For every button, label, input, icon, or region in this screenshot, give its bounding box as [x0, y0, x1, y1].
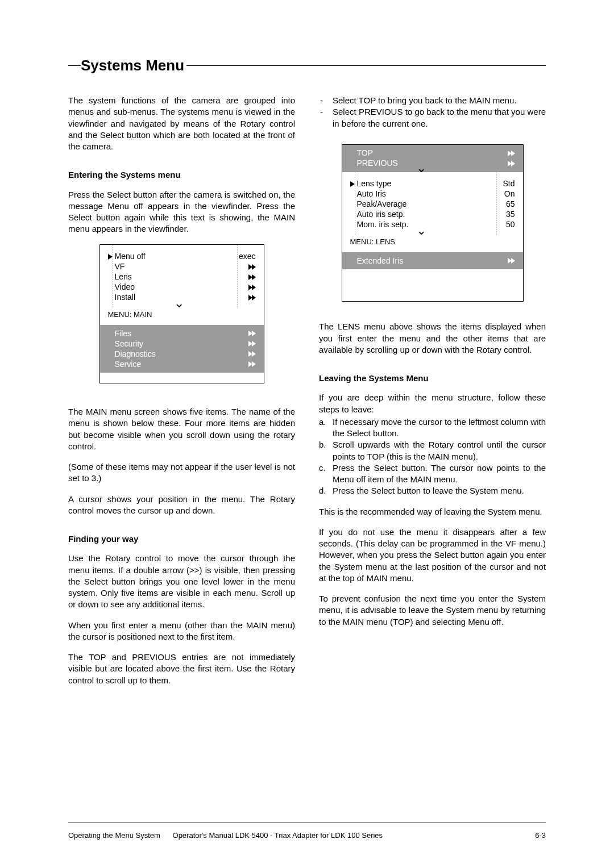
- finding-heading: Finding your way: [68, 533, 295, 545]
- menu-item-label: Menu off: [115, 251, 146, 262]
- title-rule-left: [68, 65, 81, 66]
- left-column: The system functions of the camera are g…: [68, 95, 295, 695]
- double-arrow-icon: [249, 295, 256, 301]
- double-arrow-icon: [249, 331, 256, 336]
- double-arrow-icon: [249, 351, 256, 357]
- menu-item-value: On: [504, 189, 515, 199]
- footer-rule: [68, 823, 546, 823]
- list-item: Scroll upwards with the Rotary control u…: [319, 439, 546, 462]
- double-arrow-icon: [508, 161, 515, 166]
- menu-item-label: Install: [115, 292, 136, 303]
- menu-item-value: 50: [506, 219, 515, 230]
- finding-p1: Use the Rotary control to move the curso…: [68, 553, 295, 610]
- cursor-icon: [350, 181, 355, 187]
- chevron-down-icon: ⌄: [174, 297, 184, 310]
- leaving-intro: If you are deep within the menu structur…: [319, 392, 546, 415]
- double-arrow-icon: [508, 258, 515, 264]
- intro-paragraph: The system functions of the camera are g…: [68, 95, 295, 152]
- menu-item-label: Peak/Average: [357, 199, 407, 210]
- page-footer: Operating the Menu System Operator's Man…: [68, 823, 546, 840]
- double-arrow-icon: [249, 274, 256, 280]
- menu-item-label: VF: [115, 261, 125, 272]
- list-item: Press the Select button to leave the Sys…: [319, 485, 546, 496]
- lens-menu-diagram: TOP PREVIOUS ⌄ Lens typeStd Auto IrisOn …: [342, 144, 524, 302]
- title-rule-right: [186, 65, 546, 66]
- leaving-p1: This is the recommended way of leaving t…: [319, 506, 546, 518]
- after-main-p2: (Some of these items may not appear if t…: [68, 461, 295, 485]
- entering-heading: Entering the Systems menu: [68, 169, 295, 181]
- right-column: Select TOP to bring you back to the MAIN…: [319, 95, 546, 695]
- menu-item-label: TOP: [357, 148, 374, 158]
- list-item: Press the Select button. The cursor now …: [319, 462, 546, 486]
- double-arrow-icon: [508, 151, 515, 156]
- after-main-p1: The MAIN menu screen shows five items. T…: [68, 406, 295, 452]
- list-item: If necessary move the cursor to the left…: [319, 416, 546, 440]
- list-item: Select PREVIOUS to go back to the menu t…: [319, 106, 546, 130]
- leaving-p2: If you do not use the menu it disappears…: [319, 527, 546, 584]
- page-number: 6-3: [535, 831, 546, 840]
- double-arrow-icon: [249, 285, 256, 290]
- menu-item-value: 35: [506, 209, 515, 220]
- cursor-icon: [108, 254, 113, 260]
- entering-paragraph: Press the Select button after the camera…: [68, 189, 295, 235]
- menu-item-value: 65: [506, 199, 515, 210]
- double-arrow-icon: [249, 264, 256, 270]
- leaving-steps: If necessary move the cursor to the left…: [319, 416, 546, 497]
- page-title: Systems Menu: [81, 57, 186, 74]
- main-menu-diagram: Menu offexec VF Lens Video Install ⌄MENU…: [99, 244, 264, 384]
- list-item: Select TOP to bring you back to the MAIN…: [319, 95, 546, 106]
- menu-item-value: Std: [503, 178, 515, 189]
- lens-paragraph: The LENS menu above shows the items disp…: [319, 321, 546, 356]
- leaving-heading: Leaving the Systems Menu: [319, 373, 546, 384]
- page-title-bar: Systems Menu: [68, 57, 546, 74]
- menu-item-label: Lens type: [357, 178, 392, 189]
- menu-item-label: Lens: [115, 272, 132, 282]
- menu-item-label: Extended Iris: [357, 256, 404, 266]
- menu-item-label: Video: [115, 282, 135, 293]
- top-previous-list: Select TOP to bring you back to the MAIN…: [319, 95, 546, 130]
- menu-item-label: Diagnostics: [115, 349, 156, 360]
- menu-item-label: Auto iris setp.: [357, 209, 405, 220]
- menu-item-label: Security: [115, 339, 144, 349]
- double-arrow-icon: [249, 341, 256, 347]
- menu-item-label: Files: [115, 328, 132, 339]
- chevron-down-icon: ⌄: [416, 224, 426, 237]
- after-main-p3: A cursor shows your position in the menu…: [68, 494, 295, 517]
- menu-item-label: PREVIOUS: [357, 158, 398, 169]
- menu-item-value: exec: [239, 251, 256, 262]
- menu-item-label: Service: [115, 359, 142, 370]
- leaving-p3: To prevent confusion the next time you e…: [319, 593, 546, 628]
- footer-left: Operating the Menu System Operator's Man…: [68, 831, 383, 840]
- finding-p2: When you first enter a menu (other than …: [68, 620, 295, 643]
- menu-item-label: Auto Iris: [357, 189, 386, 199]
- double-arrow-icon: [249, 361, 256, 367]
- finding-p3: The TOP and PREVIOUS entries are not imm…: [68, 652, 295, 686]
- menu-title: ⌄MENU: MAIN: [100, 307, 264, 326]
- menu-title: ⌄MENU: LENS: [342, 235, 523, 253]
- menu-item-label: Mom. iris setp.: [357, 219, 409, 230]
